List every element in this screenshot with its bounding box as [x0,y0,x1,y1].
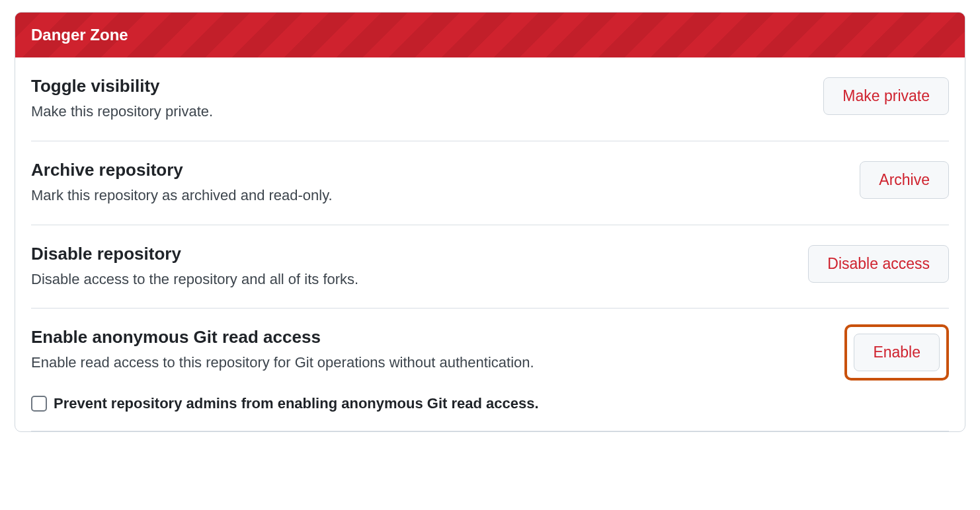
anonymous-git-text: Enable anonymous Git read access Enable … [31,327,844,373]
enable-anonymous-git-button[interactable]: Enable [854,334,940,371]
disable-repository-title: Disable repository [31,244,792,264]
archive-repository-desc: Mark this repository as archived and rea… [31,186,844,206]
danger-zone-panel: Danger Zone Toggle visibility Make this … [15,12,965,432]
toggle-visibility-title: Toggle visibility [31,76,807,96]
prevent-admins-checkbox[interactable] [31,396,47,412]
disable-repository-row: Disable repository Disable access to the… [31,225,949,309]
anonymous-git-desc: Enable read access to this repository fo… [31,353,829,373]
disable-repository-desc: Disable access to the repository and all… [31,270,792,290]
archive-repository-text: Archive repository Mark this repository … [31,160,860,206]
archive-button[interactable]: Archive [860,161,949,199]
make-private-button[interactable]: Make private [823,77,949,115]
archive-repository-row: Archive repository Mark this repository … [31,141,949,225]
disable-repository-text: Disable repository Disable access to the… [31,244,808,290]
toggle-visibility-text: Toggle visibility Make this repository p… [31,76,823,122]
disable-access-button[interactable]: Disable access [808,245,949,283]
danger-zone-body: Toggle visibility Make this repository p… [15,57,965,431]
enable-button-highlight: Enable [844,324,949,381]
danger-zone-header: Danger Zone [15,13,965,57]
anonymous-git-row: Enable anonymous Git read access Enable … [31,309,949,431]
archive-repository-title: Archive repository [31,160,844,180]
prevent-admins-row: Prevent repository admins from enabling … [31,395,949,412]
toggle-visibility-desc: Make this repository private. [31,102,807,122]
anonymous-git-title: Enable anonymous Git read access [31,327,829,347]
toggle-visibility-row: Toggle visibility Make this repository p… [31,57,949,141]
prevent-admins-label[interactable]: Prevent repository admins from enabling … [54,395,539,412]
